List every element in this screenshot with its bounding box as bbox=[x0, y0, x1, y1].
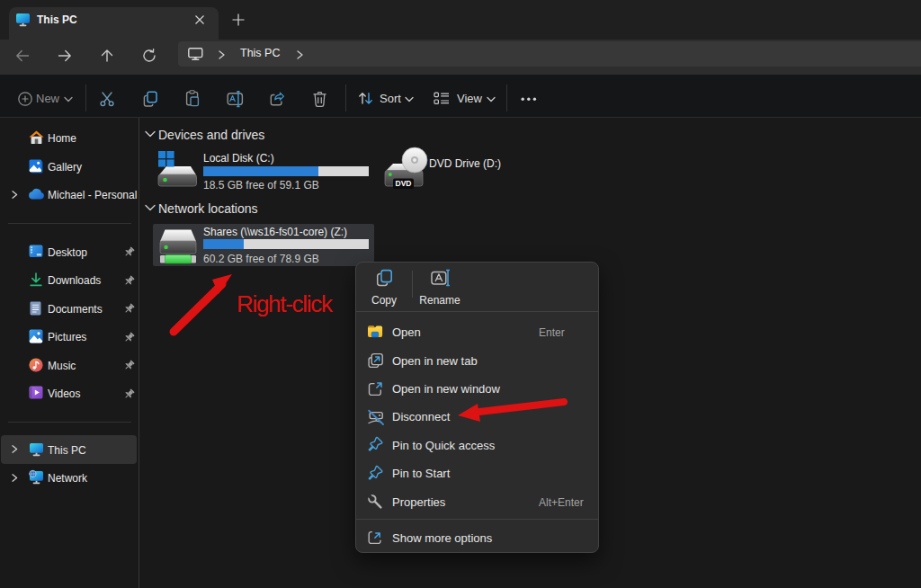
svg-text:Right-click: Right-click bbox=[237, 290, 334, 317]
